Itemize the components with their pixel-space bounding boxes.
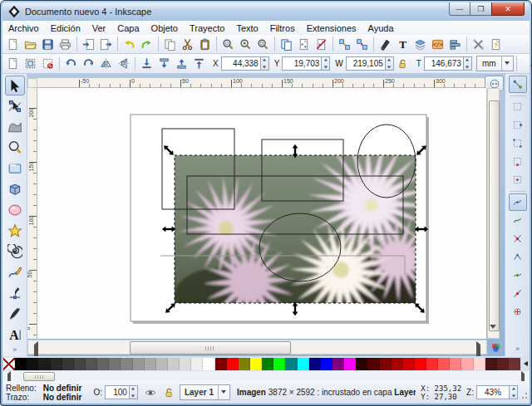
enable-snapping-button[interactable]	[509, 76, 527, 93]
color-swatch[interactable]	[298, 358, 309, 370]
select-all-layers-button[interactable]	[22, 56, 39, 72]
xml-editor-button[interactable]: </>	[429, 36, 446, 52]
color-swatch[interactable]	[74, 358, 86, 370]
duplicate-button[interactable]	[278, 36, 295, 52]
flip-vertical-button[interactable]	[115, 56, 132, 72]
layer-lock-toggle[interactable]	[163, 387, 175, 399]
node-editor-tool[interactable]	[5, 96, 25, 116]
lock-ratio-toggle[interactable]	[394, 56, 411, 72]
bezier-pen-tool[interactable]	[5, 283, 25, 303]
zoom-input[interactable]: 43%	[476, 385, 510, 399]
raise-button[interactable]	[173, 56, 190, 72]
color-swatch[interactable]	[133, 358, 145, 370]
color-managed-display-toggle[interactable]	[489, 340, 502, 355]
color-swatch[interactable]	[62, 358, 74, 370]
color-swatch[interactable]	[461, 358, 473, 370]
canvas[interactable]	[37, 88, 486, 339]
color-swatch[interactable]	[509, 358, 520, 370]
redo-button[interactable]	[138, 36, 155, 52]
save-button[interactable]	[39, 36, 57, 52]
resize-grip[interactable]	[520, 385, 528, 400]
layer-visibility-toggle[interactable]	[145, 387, 156, 399]
horizontal-scrollbar[interactable]	[27, 340, 487, 355]
lower-button[interactable]	[155, 56, 173, 72]
toolbox-overflow-chevron[interactable]: »	[12, 345, 17, 354]
print-button[interactable]	[57, 36, 74, 52]
height-spinner[interactable]	[464, 56, 472, 71]
raise-to-top-button[interactable]	[190, 56, 208, 72]
scroll-up-arrow[interactable]	[490, 90, 497, 98]
fill-stroke-dialog-button[interactable]	[377, 36, 394, 52]
palette-scroll-thumb[interactable]	[23, 372, 55, 381]
deselect-button[interactable]	[39, 56, 57, 72]
rotate-ccw-button[interactable]	[62, 56, 80, 72]
snap-bbox-corners-button[interactable]	[509, 135, 527, 152]
select-all-button[interactable]	[4, 56, 22, 72]
layer-dropdown-arrow[interactable]	[218, 385, 229, 399]
snap-smooth-nodes-button[interactable]	[509, 267, 527, 284]
snap-bbox-button[interactable]	[509, 98, 527, 115]
new-document-button[interactable]	[4, 36, 22, 52]
y-coordinate-spinner[interactable]	[322, 56, 330, 71]
vertical-scroll-thumb[interactable]	[489, 100, 500, 331]
color-swatch[interactable]	[121, 358, 132, 370]
box-3d-tool[interactable]	[5, 179, 25, 199]
menu-texto[interactable]: Texto	[230, 22, 264, 34]
snap-nodes-button[interactable]	[509, 193, 527, 211]
calligraphy-tool[interactable]	[5, 304, 25, 324]
color-swatch[interactable]	[168, 358, 180, 370]
scroll-down-arrow[interactable]	[490, 329, 497, 336]
pencil-tool[interactable]	[5, 262, 25, 282]
zoom-drawing-button[interactable]	[237, 36, 254, 52]
selector-tool[interactable]	[5, 76, 25, 95]
text-dialog-button[interactable]: T	[394, 36, 411, 52]
color-swatch[interactable]	[51, 358, 62, 370]
snap-bbox-edges-button[interactable]	[509, 116, 527, 134]
zoom-selection-button[interactable]	[219, 36, 237, 52]
minimize-button[interactable]: —	[449, 2, 470, 16]
menu-filtros[interactable]: Filtros	[264, 22, 301, 34]
color-swatch[interactable]	[97, 358, 109, 370]
opacity-input[interactable]: 100	[105, 385, 130, 399]
opacity-spinner[interactable]	[130, 385, 138, 399]
snapbar-overflow-chevron[interactable]: »	[515, 345, 520, 353]
lower-to-bottom-button[interactable]	[138, 56, 155, 72]
export-button[interactable]	[97, 36, 115, 52]
color-swatch[interactable]	[321, 358, 332, 370]
color-swatch[interactable]	[262, 358, 273, 370]
color-swatch[interactable]	[450, 358, 461, 370]
color-swatch[interactable]	[191, 358, 203, 370]
text-tool[interactable]: A	[5, 325, 25, 345]
unit-dropdown-arrow[interactable]	[501, 56, 513, 71]
menu-trayecto[interactable]: Trayecto	[184, 22, 230, 34]
unlink-clone-button[interactable]	[313, 36, 330, 52]
w-coordinate-spinner[interactable]	[386, 56, 394, 71]
flip-horizontal-button[interactable]	[97, 56, 115, 72]
x-coordinate-input[interactable]: 44,338	[221, 56, 261, 71]
ungroup-button[interactable]	[353, 36, 371, 52]
color-swatch[interactable]	[109, 358, 121, 370]
menu-ayuda[interactable]: Ayuda	[362, 22, 400, 34]
color-swatch[interactable]	[227, 358, 239, 370]
color-swatch[interactable]	[392, 358, 403, 370]
snap-rotation-centers-button[interactable]	[509, 303, 527, 320]
color-swatch[interactable]	[415, 358, 426, 370]
snap-bbox-edge-midpoints-button[interactable]	[509, 153, 527, 170]
rotate-cw-button[interactable]	[80, 56, 97, 72]
snap-bbox-centers-button[interactable]	[509, 171, 527, 188]
palette-arrow[interactable]	[520, 358, 529, 370]
vertical-ruler[interactable]: 200150100500	[27, 88, 37, 339]
menu-capa[interactable]: Capa	[111, 22, 145, 34]
color-swatch[interactable]	[356, 358, 367, 370]
color-swatch[interactable]	[145, 358, 156, 370]
menu-edicion[interactable]: Edición	[45, 22, 86, 34]
close-button[interactable]: ✕	[491, 2, 525, 16]
drawing-area[interactable]	[37, 88, 486, 339]
unit-dropdown[interactable]: mm	[476, 56, 514, 71]
w-coordinate-input[interactable]: 219,105	[346, 56, 386, 71]
color-swatch[interactable]	[344, 358, 356, 370]
title-bar[interactable]: Documento nuevo 4 - Inkscape — ❐ ✕	[2, 2, 530, 21]
color-swatch[interactable]	[309, 358, 321, 370]
tweak-tool[interactable]	[5, 117, 25, 137]
color-swatch[interactable]	[474, 358, 485, 370]
